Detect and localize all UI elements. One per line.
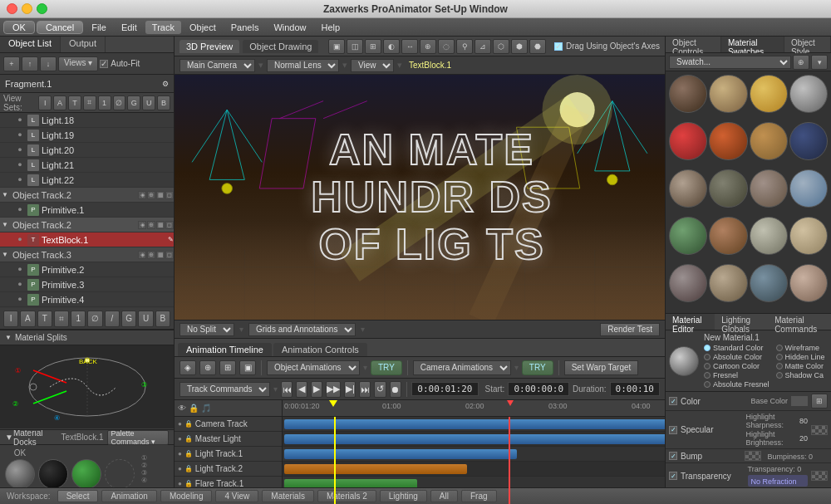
lbt-hash-btn[interactable]: ⌗ bbox=[54, 311, 69, 327]
lens-select[interactable]: Normal Lens bbox=[267, 59, 339, 72]
lbt-b-btn[interactable]: B bbox=[155, 311, 170, 327]
list-item-light20[interactable]: ● L Light.20 bbox=[0, 143, 174, 158]
camera-select[interactable]: Main Camera bbox=[179, 59, 255, 72]
status-4view[interactable]: 4 View bbox=[215, 490, 258, 502]
swatch-dark-wood[interactable] bbox=[669, 75, 707, 113]
start-value[interactable]: 0:00:00:0 bbox=[508, 382, 569, 396]
swatch-dark-blue[interactable] bbox=[789, 122, 828, 160]
grids-select[interactable]: Grids and Annotations bbox=[248, 323, 356, 336]
anim-tool3[interactable]: ⊞ bbox=[219, 360, 236, 375]
radio-cartoon-color[interactable]: Cartoon Color bbox=[704, 362, 770, 370]
swatch-ice[interactable] bbox=[789, 169, 828, 208]
mat-sphere-green[interactable] bbox=[71, 459, 101, 489]
radio-absolute-color[interactable]: Absolute Color bbox=[704, 353, 770, 361]
menu-window[interactable]: Window bbox=[267, 21, 312, 34]
mat-sphere-gray[interactable] bbox=[5, 459, 35, 489]
radio-absolute-fresnel[interactable]: Absolute Fresnel bbox=[704, 380, 770, 389]
view-select[interactable]: View bbox=[351, 59, 394, 72]
tl-label-light2[interactable]: ● 🔒 Light Track.2 bbox=[175, 462, 282, 477]
mat-sphere-empty[interactable] bbox=[105, 459, 135, 489]
vs-btn7[interactable]: G bbox=[127, 95, 140, 110]
warp-target-button[interactable]: Set Warp Target bbox=[564, 360, 639, 375]
track-light2[interactable] bbox=[283, 462, 665, 477]
tab-object-drawing[interactable]: Object Drawing bbox=[243, 40, 318, 53]
lbt-u-btn[interactable]: U bbox=[138, 311, 153, 327]
cancel-button[interactable]: Cancel bbox=[37, 21, 83, 34]
lbt-empty-btn[interactable]: ∅ bbox=[87, 311, 102, 327]
swatch-wood2[interactable] bbox=[709, 264, 747, 302]
menu-track[interactable]: Track bbox=[145, 21, 181, 34]
vs-btn1[interactable]: I bbox=[38, 95, 52, 110]
radio-standard-color[interactable]: Standard Color bbox=[704, 344, 770, 352]
prev-tool12[interactable]: ⬣ bbox=[529, 39, 546, 54]
collapse-icon[interactable]: ▼ bbox=[5, 433, 13, 442]
3d-viewport[interactable]: AN MATEHUNDR DSOF LIG TS bbox=[175, 75, 665, 320]
mat-sphere-black[interactable] bbox=[38, 459, 68, 489]
swatch-sand[interactable] bbox=[750, 169, 788, 208]
prev-tool8[interactable]: ⚲ bbox=[456, 39, 473, 54]
status-all[interactable]: All bbox=[430, 490, 458, 502]
track-camera[interactable] bbox=[283, 417, 665, 432]
vs-btn3[interactable]: T bbox=[68, 95, 81, 110]
vs-btn2[interactable]: A bbox=[53, 95, 66, 110]
duration-value[interactable]: 0:00:10 bbox=[610, 382, 660, 396]
swatch-marble[interactable] bbox=[789, 217, 828, 255]
highlight-brightness-value[interactable]: 20 bbox=[799, 434, 808, 443]
tab-animation-timeline[interactable]: Animation Timeline bbox=[178, 343, 272, 356]
menu-help[interactable]: Help bbox=[315, 21, 347, 34]
anim-tool2[interactable]: ⊕ bbox=[199, 360, 216, 375]
tl-label-camera[interactable]: ● 🔒 Camera Track bbox=[175, 417, 282, 432]
menu-panels[interactable]: Panels bbox=[224, 21, 266, 34]
lbt-g-btn[interactable]: G bbox=[121, 311, 136, 327]
tab-object-list[interactable]: Object List bbox=[0, 37, 61, 52]
record-btn[interactable]: ⏺ bbox=[390, 381, 401, 398]
minimize-button[interactable] bbox=[22, 3, 32, 14]
radio-shadow-ca[interactable]: Shadow Ca bbox=[776, 371, 825, 379]
prev-tool4[interactable]: ◐ bbox=[383, 39, 400, 54]
lbt-i-btn[interactable]: I bbox=[3, 311, 18, 327]
tab-object-controls[interactable]: Object Controls bbox=[666, 37, 721, 52]
base-color-swatch[interactable] bbox=[791, 396, 808, 406]
specular-checkbox[interactable]: ✓ bbox=[669, 426, 677, 434]
prev-tool11[interactable]: ⬢ bbox=[511, 39, 528, 54]
tab-object-style[interactable]: Object Style bbox=[784, 37, 831, 52]
tab-material-swatches[interactable]: Material Swatches bbox=[721, 37, 784, 52]
list-item-obj-track3-header[interactable]: ▼ Object Track.3 ◈ ⊕ ▦ ◻ bbox=[0, 247, 174, 262]
close-button[interactable] bbox=[7, 3, 17, 14]
prev-tool9[interactable]: ⊿ bbox=[475, 39, 491, 54]
list-item-light21[interactable]: ● L Light.21 bbox=[0, 158, 174, 173]
list-item-obj-track2-header2[interactable]: ▼ Object Track.2 ◈ ⊕ ▦ ◻ bbox=[0, 218, 174, 232]
status-modeling[interactable]: Modeling bbox=[160, 490, 213, 502]
swatch-metal1[interactable] bbox=[669, 264, 707, 302]
tl-label-master-light[interactable]: ● 🔒 Master Light bbox=[175, 432, 282, 447]
tab-lighting-globals[interactable]: Lighting Globals bbox=[715, 314, 768, 330]
swatch-light-wood[interactable] bbox=[709, 75, 747, 113]
specular-swatch[interactable] bbox=[811, 425, 828, 435]
swatch-copper[interactable] bbox=[750, 122, 788, 160]
menu-object[interactable]: Object bbox=[183, 21, 223, 34]
status-lighting[interactable]: Lighting bbox=[380, 490, 427, 502]
move-up-icon[interactable]: ↑ bbox=[22, 56, 38, 71]
bump-checkbox[interactable]: ✓ bbox=[669, 452, 677, 460]
color-checkbox[interactable]: ✓ bbox=[669, 397, 677, 405]
try-btn-obj[interactable]: TRY bbox=[371, 360, 402, 375]
render-test-button[interactable]: Render Test bbox=[600, 323, 660, 336]
play-fwd-btn[interactable]: ▶▶ bbox=[326, 381, 341, 398]
vs-btn8[interactable]: U bbox=[142, 95, 155, 110]
track-master-light[interactable] bbox=[283, 432, 665, 447]
list-item-primitive3[interactable]: ● P Primitive.3 bbox=[0, 277, 174, 292]
palette-cmd-btn[interactable]: Palette Commands ▾ bbox=[107, 430, 169, 445]
tab-output[interactable]: Output bbox=[61, 37, 106, 52]
anim-tool1[interactable]: ◈ bbox=[179, 360, 196, 375]
list-item-primitive2[interactable]: ● P Primitive.2 bbox=[0, 262, 174, 277]
highlight-sharpness-value[interactable]: 80 bbox=[799, 417, 808, 425]
skip-start-btn[interactable]: ⏮ bbox=[281, 381, 293, 398]
lbt-t-btn[interactable]: T bbox=[37, 311, 52, 327]
move-down-icon[interactable]: ↓ bbox=[40, 56, 57, 71]
lbt-slash-btn[interactable]: / bbox=[105, 311, 120, 327]
radio-matte-color[interactable]: Matte Color bbox=[776, 362, 825, 370]
status-materials[interactable]: Materials bbox=[262, 490, 314, 502]
ok-button[interactable]: OK bbox=[3, 21, 35, 34]
swatch-green[interactable] bbox=[669, 217, 707, 255]
add-icon[interactable]: + bbox=[3, 56, 20, 71]
